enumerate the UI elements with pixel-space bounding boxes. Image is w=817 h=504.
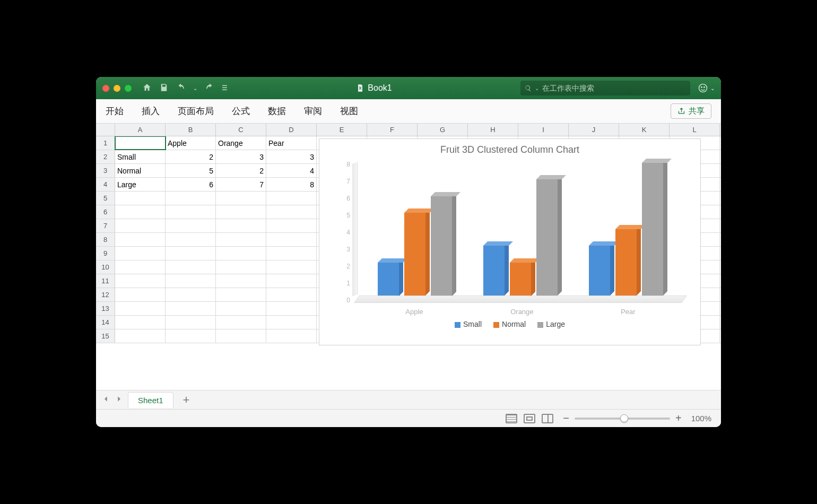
cell-C9[interactable]	[216, 247, 266, 260]
cell-D13[interactable]	[266, 302, 317, 315]
row-header-2[interactable]: 2	[96, 150, 115, 163]
cell-A3[interactable]: Normal	[115, 164, 166, 177]
tab-insert[interactable]: 插入	[142, 105, 160, 117]
cell-C2[interactable]: 3	[216, 150, 266, 163]
cell-A1[interactable]	[115, 136, 166, 150]
zoom-slider[interactable]	[575, 418, 670, 420]
cell-A14[interactable]	[115, 316, 166, 329]
cell-A10[interactable]	[115, 260, 166, 274]
column-header-G[interactable]: G	[418, 124, 468, 136]
tab-view[interactable]: 视图	[340, 105, 358, 117]
cell-C3[interactable]: 2	[216, 164, 266, 177]
row-header-5[interactable]: 5	[96, 192, 115, 205]
cell-B9[interactable]	[166, 247, 216, 260]
row-header-3[interactable]: 3	[96, 164, 115, 177]
cell-C13[interactable]	[216, 302, 266, 315]
legend-item-small[interactable]: Small	[455, 320, 482, 328]
row-header-12[interactable]: 12	[96, 288, 115, 301]
cell-A8[interactable]	[115, 233, 166, 246]
bar-normal-pear[interactable]	[615, 163, 637, 296]
cell-D1[interactable]: Pear	[266, 136, 317, 150]
zoom-in-button[interactable]: +	[675, 412, 682, 424]
cell-D9[interactable]	[266, 247, 317, 260]
tab-home[interactable]: 开始	[106, 105, 124, 117]
cell-A4[interactable]: Large	[115, 178, 166, 191]
cell-D10[interactable]	[266, 260, 317, 274]
cell-C6[interactable]	[216, 205, 266, 219]
cell-B8[interactable]	[166, 233, 216, 246]
row-header-13[interactable]: 13	[96, 302, 115, 315]
cell-C5[interactable]	[216, 192, 266, 205]
column-header-C[interactable]: C	[216, 124, 266, 136]
embedded-chart[interactable]: Fruit 3D Clustered Column Chart 01234567…	[319, 138, 701, 345]
close-window-button[interactable]	[102, 85, 109, 92]
column-header-L[interactable]: L	[670, 124, 720, 136]
cell-C14[interactable]	[216, 316, 266, 329]
tab-review[interactable]: 审阅	[304, 105, 322, 117]
cell-B11[interactable]	[166, 274, 216, 288]
row-header-4[interactable]: 4	[96, 178, 115, 191]
tab-page-layout[interactable]: 页面布局	[178, 105, 214, 117]
worksheet-area[interactable]: ABCDEFGHIJKL 1AppleOrangePear2Small2333N…	[96, 124, 721, 390]
cell-A13[interactable]	[115, 302, 166, 315]
column-header-B[interactable]: B	[166, 124, 216, 136]
zoom-level[interactable]: 100%	[691, 414, 711, 423]
undo-dropdown-icon[interactable]: ⌄	[193, 85, 197, 91]
bar-small-orange[interactable]	[483, 163, 505, 296]
minimize-window-button[interactable]	[114, 85, 120, 92]
column-header-F[interactable]: F	[367, 124, 418, 136]
cell-A15[interactable]	[115, 329, 166, 343]
bar-normal-apple[interactable]	[404, 163, 425, 296]
chart-title[interactable]: Fruit 3D Clustered Column Chart	[319, 139, 700, 158]
cell-D8[interactable]	[266, 233, 317, 246]
cell-D11[interactable]	[266, 274, 317, 288]
bar-large-orange[interactable]	[536, 163, 558, 296]
cell-D6[interactable]	[266, 205, 317, 219]
cell-B6[interactable]	[166, 205, 216, 219]
view-normal-button[interactable]	[506, 414, 517, 423]
cell-B12[interactable]	[166, 288, 216, 301]
cell-B5[interactable]	[166, 192, 216, 205]
zoom-out-button[interactable]: −	[563, 412, 569, 424]
search-box[interactable]: ⌄	[520, 81, 690, 95]
redo-icon[interactable]	[205, 83, 214, 94]
cell-B10[interactable]	[166, 260, 216, 274]
row-header-1[interactable]: 1	[96, 136, 115, 150]
tab-formulas[interactable]: 公式	[232, 105, 250, 117]
cell-A5[interactable]	[115, 192, 166, 205]
column-header-J[interactable]: J	[569, 124, 619, 136]
row-header-6[interactable]: 6	[96, 205, 115, 219]
cell-A2[interactable]: Small	[115, 150, 166, 163]
sheet-nav-prev[interactable]	[102, 395, 110, 405]
cell-B7[interactable]	[166, 219, 216, 232]
cell-B2[interactable]: 2	[166, 150, 216, 163]
search-input[interactable]	[542, 84, 686, 92]
column-header-K[interactable]: K	[619, 124, 670, 136]
select-all-corner[interactable]	[96, 124, 115, 136]
sheet-nav-next[interactable]	[115, 395, 123, 405]
cell-A11[interactable]	[115, 274, 166, 288]
cell-B1[interactable]: Apple	[166, 136, 216, 150]
home-icon[interactable]	[142, 83, 152, 94]
cell-B13[interactable]	[166, 302, 216, 315]
row-header-9[interactable]: 9	[96, 247, 115, 260]
cell-C11[interactable]	[216, 274, 266, 288]
row-header-7[interactable]: 7	[96, 219, 115, 232]
cell-D2[interactable]: 3	[266, 150, 317, 163]
column-header-A[interactable]: A	[115, 124, 166, 136]
cell-A6[interactable]	[115, 205, 166, 219]
cell-C8[interactable]	[216, 233, 266, 246]
chart-plot-area[interactable]: 012345678 AppleOrangePear	[330, 158, 690, 317]
row-header-15[interactable]: 15	[96, 329, 115, 343]
cell-B4[interactable]: 6	[166, 178, 216, 191]
share-button[interactable]: 共享	[671, 103, 711, 119]
cell-B14[interactable]	[166, 316, 216, 329]
cell-C10[interactable]	[216, 260, 266, 274]
bar-small-pear[interactable]	[589, 163, 610, 296]
save-icon[interactable]	[159, 83, 169, 94]
cell-D7[interactable]	[266, 219, 317, 232]
cell-C15[interactable]	[216, 329, 266, 343]
bar-normal-orange[interactable]	[510, 163, 531, 296]
cell-D12[interactable]	[266, 288, 317, 301]
row-header-14[interactable]: 14	[96, 316, 115, 329]
